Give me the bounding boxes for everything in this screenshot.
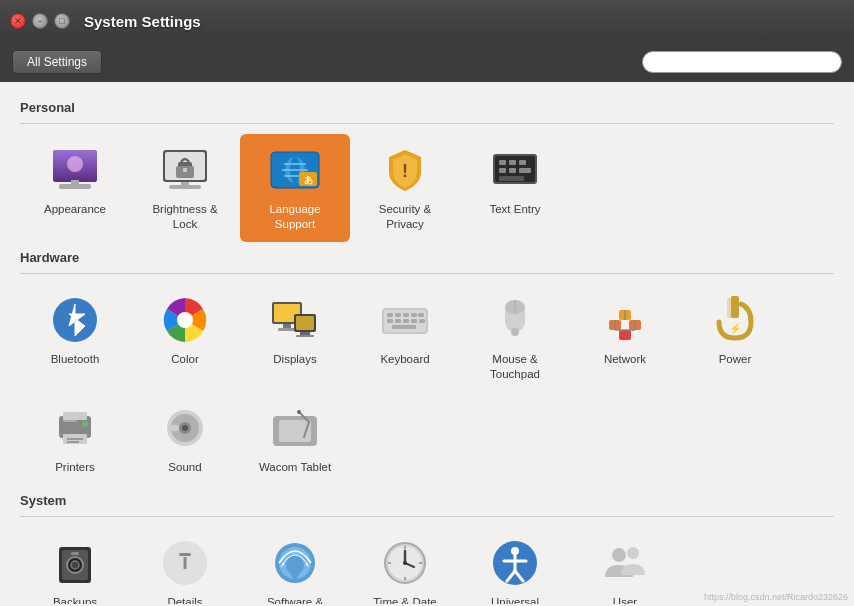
setting-item-color[interactable]: Color <box>130 284 240 392</box>
bluetooth-label: Bluetooth <box>51 352 100 367</box>
divider-system <box>20 516 834 517</box>
section-title-hardware: Hardware <box>20 250 834 265</box>
brightness-lock-label: Brightness &Lock <box>152 202 217 232</box>
setting-item-displays[interactable]: Displays <box>240 284 350 392</box>
svg-point-107 <box>403 561 407 565</box>
details-icon: i <box>159 537 211 589</box>
wacom-tablet-icon <box>269 402 321 454</box>
svg-rect-51 <box>395 319 401 323</box>
user-accounts-label: UserAccounts <box>601 595 648 604</box>
section-system: System Backups i Details Software &Updat… <box>20 493 834 604</box>
section-personal: Personal Appearance Brightness &Lock あ L… <box>20 100 834 242</box>
power-label: Power <box>719 352 752 367</box>
minimize-button[interactable]: − <box>32 13 48 29</box>
svg-rect-5 <box>71 180 79 185</box>
svg-rect-48 <box>403 313 409 317</box>
color-icon <box>159 294 211 346</box>
svg-rect-26 <box>499 160 506 165</box>
divider-hardware <box>20 273 834 274</box>
displays-label: Displays <box>273 352 316 367</box>
setting-item-backups[interactable]: Backups <box>20 527 130 604</box>
sound-icon <box>159 402 211 454</box>
setting-item-sound[interactable]: Sound <box>130 392 240 485</box>
setting-item-power[interactable]: ⚡ Power <box>680 284 790 392</box>
brightness-lock-icon <box>159 144 211 196</box>
all-settings-button[interactable]: All Settings <box>12 50 102 74</box>
setting-item-network[interactable]: Network <box>570 284 680 392</box>
setting-item-universal-access[interactable]: UniversalAccess <box>460 527 570 604</box>
svg-rect-76 <box>67 438 83 440</box>
universal-access-icon <box>489 537 541 589</box>
svg-rect-71 <box>731 296 739 318</box>
close-button[interactable]: ✕ <box>10 13 26 29</box>
svg-rect-49 <box>411 313 417 317</box>
appearance-icon <box>49 144 101 196</box>
setting-item-wacom-tablet[interactable]: Wacom Tablet <box>240 392 350 485</box>
displays-icon <box>269 294 321 346</box>
setting-item-brightness-lock[interactable]: Brightness &Lock <box>130 134 240 242</box>
svg-text:!: ! <box>402 161 408 181</box>
appearance-label: Appearance <box>44 202 106 217</box>
network-icon <box>599 294 651 346</box>
svg-text:i: i <box>182 549 188 574</box>
svg-point-35 <box>177 312 193 328</box>
svg-rect-42 <box>300 332 310 335</box>
universal-access-label: UniversalAccess <box>491 595 539 604</box>
setting-item-mouse-touchpad[interactable]: Mouse &Touchpad <box>460 284 570 392</box>
bluetooth-icon <box>49 294 101 346</box>
setting-item-text-entry[interactable]: Text Entry <box>460 134 570 242</box>
search-input[interactable] <box>642 51 842 73</box>
setting-item-keyboard[interactable]: Keyboard <box>350 284 460 392</box>
setting-item-bluetooth[interactable]: Bluetooth <box>20 284 130 392</box>
svg-point-60 <box>511 328 519 336</box>
svg-text:⚡: ⚡ <box>729 322 742 335</box>
power-icon: ⚡ <box>709 294 761 346</box>
software-updates-icon <box>269 537 321 589</box>
svg-rect-77 <box>67 441 79 443</box>
mouse-touchpad-icon <box>489 294 541 346</box>
svg-rect-54 <box>419 319 425 323</box>
setting-item-details[interactable]: i Details <box>130 527 240 604</box>
setting-item-software-updates[interactable]: Software &Updates <box>240 527 350 604</box>
svg-rect-38 <box>283 324 291 328</box>
setting-item-appearance[interactable]: Appearance <box>20 134 130 242</box>
svg-rect-61 <box>619 330 631 340</box>
svg-point-83 <box>182 425 188 431</box>
svg-point-92 <box>71 561 79 569</box>
toolbar: All Settings <box>0 42 854 82</box>
svg-rect-55 <box>392 325 416 329</box>
details-label: Details <box>167 595 202 604</box>
setting-item-printers[interactable]: Printers <box>20 392 130 485</box>
svg-rect-13 <box>183 168 187 172</box>
wacom-tablet-label: Wacom Tablet <box>259 460 331 475</box>
svg-rect-30 <box>509 168 516 173</box>
svg-rect-53 <box>411 319 417 323</box>
section-hardware: Hardware Bluetooth Color Displays <box>20 250 834 485</box>
maximize-button[interactable]: □ <box>54 13 70 29</box>
svg-rect-74 <box>63 412 87 420</box>
svg-rect-31 <box>519 168 531 173</box>
setting-item-user-accounts[interactable]: UserAccounts <box>570 527 680 604</box>
keyboard-icon <box>379 294 431 346</box>
svg-rect-27 <box>509 160 516 165</box>
svg-rect-10 <box>169 185 201 189</box>
svg-point-88 <box>297 410 301 414</box>
window-title: System Settings <box>84 13 844 30</box>
svg-rect-47 <box>395 313 401 317</box>
divider-personal <box>20 123 834 124</box>
printers-icon <box>49 402 101 454</box>
svg-point-6 <box>67 156 83 172</box>
svg-point-78 <box>82 421 88 427</box>
software-updates-label: Software &Updates <box>267 595 323 604</box>
setting-item-language-support[interactable]: あ LanguageSupport <box>240 134 350 242</box>
text-entry-icon <box>489 144 541 196</box>
setting-item-time-date[interactable]: Time & Date <box>350 527 460 604</box>
sound-label: Sound <box>168 460 201 475</box>
security-privacy-label: Security &Privacy <box>379 202 431 232</box>
items-grid-hardware: Bluetooth Color Displays Keyboard <box>20 284 834 485</box>
keyboard-label: Keyboard <box>380 352 429 367</box>
svg-rect-41 <box>296 316 314 330</box>
setting-item-security-privacy[interactable]: ! Security &Privacy <box>350 134 460 242</box>
svg-point-118 <box>612 548 626 562</box>
backups-label: Backups <box>53 595 97 604</box>
